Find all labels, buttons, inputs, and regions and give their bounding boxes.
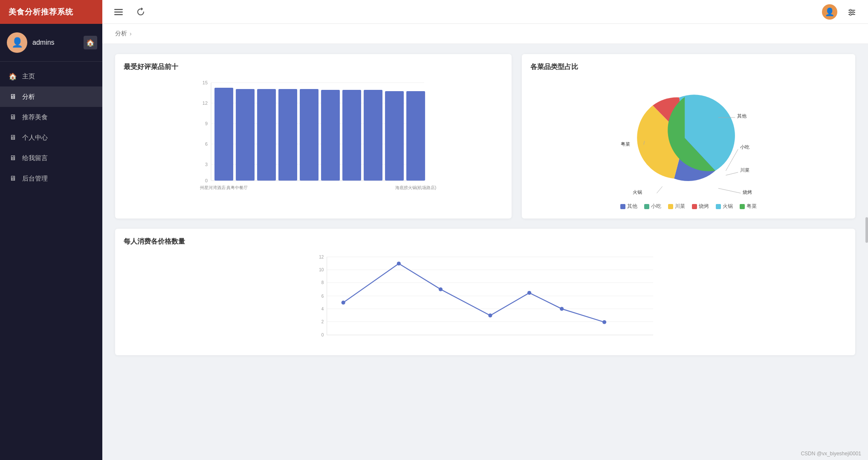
- svg-rect-29: [364, 90, 382, 181]
- line-chart-title: 每人消费各价格数量: [124, 237, 847, 246]
- analysis-icon: 🖥: [9, 92, 17, 101]
- svg-point-55: [341, 301, 345, 305]
- svg-text:12: 12: [203, 101, 208, 106]
- legend-snack: 小吃: [644, 203, 661, 210]
- breadcrumb-item: 分析: [115, 30, 127, 37]
- pie-legend: 其他 小吃 川菜 烧烤: [530, 203, 847, 210]
- main-area: 👤 分析 › 最受好评: [102, 0, 868, 460]
- recommend-icon: 🖥: [9, 113, 17, 121]
- svg-point-57: [439, 288, 443, 291]
- avatar: 👤: [7, 32, 27, 53]
- breadcrumb-arrow: ›: [130, 30, 132, 37]
- line-chart-svg: 12 10 8 6 4 2 0: [124, 253, 847, 347]
- sidebar: 美食分析推荐系统 👤 admins 🏠 🏠 主页 🖥 分析 🖥 推荐美食 🖥 个…: [0, 0, 102, 460]
- svg-text:15: 15: [203, 80, 208, 85]
- pie-chart-container: 其他 小吃 川菜 烧烤 火锅 粤菜: [530, 78, 847, 198]
- svg-rect-1: [114, 12, 123, 13]
- pie-label-bbq: 烧烤: [743, 190, 752, 195]
- pie-label-hotpot: 火锅: [633, 190, 642, 195]
- user-avatar-top[interactable]: 👤: [822, 4, 837, 20]
- legend-other: 其他: [620, 203, 637, 210]
- pie-label-other: 其他: [737, 113, 746, 118]
- svg-rect-26: [300, 89, 318, 181]
- legend-hotpot: 火锅: [716, 203, 733, 210]
- menu-toggle-button[interactable]: [111, 4, 126, 20]
- svg-text:12: 12: [319, 255, 324, 259]
- svg-point-6: [850, 9, 851, 11]
- svg-rect-27: [321, 90, 340, 181]
- svg-text:0: 0: [205, 178, 208, 183]
- bar-chart-svg: 15 12 9 6 3: [124, 78, 503, 198]
- breadcrumb: 分析 ›: [102, 24, 868, 44]
- pie-chart-card: 各菜品类型占比: [522, 54, 855, 218]
- user-profile: 👤 admins 🏠: [0, 24, 102, 62]
- svg-rect-23: [236, 89, 255, 181]
- charts-top-row: 最受好评菜品前十 15 12: [115, 54, 855, 218]
- sidebar-item-recommend[interactable]: 🖥 推荐美食: [0, 107, 102, 127]
- pie-chart-title: 各菜品类型占比: [530, 63, 847, 72]
- settings-button[interactable]: [844, 4, 859, 20]
- bar-chart-title: 最受好评菜品前十: [124, 63, 503, 72]
- username: admins: [32, 39, 55, 46]
- scrollbar[interactable]: [865, 217, 868, 243]
- svg-rect-24: [257, 89, 276, 181]
- svg-text:海底捞火锅(机场路店): 海底捞火锅(机场路店): [395, 185, 437, 190]
- sidebar-item-analysis-label: 分析: [22, 93, 35, 101]
- profile-icon: 🖥: [9, 133, 17, 142]
- legend-sichuan: 川菜: [668, 203, 685, 210]
- pie-chart-svg: 其他 小吃 川菜 烧烤 火锅 粤菜: [530, 78, 847, 198]
- sidebar-item-home[interactable]: 🏠 主页: [0, 66, 102, 86]
- svg-rect-22: [214, 88, 233, 181]
- charts-area: 最受好评菜品前十 15 12: [102, 44, 868, 365]
- svg-text:6: 6: [205, 141, 208, 147]
- bar-chart-card: 最受好评菜品前十 15 12: [115, 54, 512, 218]
- legend-bbq: 烧烤: [692, 203, 709, 210]
- line-chart-card: 每人消费各价格数量 12 10 8 6: [115, 229, 855, 355]
- home-quick-btn[interactable]: 🏠: [84, 36, 97, 49]
- svg-rect-28: [342, 90, 361, 181]
- svg-point-56: [397, 262, 401, 265]
- pie-label-snack: 小吃: [740, 144, 749, 150]
- line-chart-container: 12 10 8 6 4 2 0: [124, 253, 847, 347]
- content-area: 分析 › 最受好评菜品前十 15: [102, 24, 868, 460]
- legend-dot-other: [620, 204, 625, 209]
- svg-rect-0: [114, 9, 123, 10]
- refresh-button[interactable]: [133, 4, 148, 20]
- message-icon: 🖥: [9, 154, 17, 162]
- svg-text:0: 0: [321, 333, 324, 337]
- sidebar-item-admin[interactable]: 🖥 后台管理: [0, 168, 102, 189]
- svg-rect-31: [406, 91, 425, 181]
- sidebar-item-home-label: 主页: [22, 72, 35, 80]
- sidebar-item-admin-label: 后台管理: [22, 175, 48, 183]
- svg-point-59: [527, 291, 531, 295]
- svg-point-60: [560, 307, 564, 311]
- pie-label-sichuan: 川菜: [740, 167, 749, 172]
- topbar-right: 👤: [822, 4, 859, 20]
- admin-icon: 🖥: [9, 174, 17, 183]
- svg-point-58: [488, 313, 492, 317]
- svg-text:9: 9: [205, 121, 208, 126]
- svg-point-61: [602, 320, 606, 324]
- nav-menu: 🏠 主页 🖥 分析 🖥 推荐美食 🖥 个人中心 🖥 给我留言 🖥 后台管理: [0, 62, 102, 460]
- legend-dot-bbq: [692, 204, 697, 209]
- svg-rect-25: [278, 89, 297, 181]
- menu-icon: [114, 8, 123, 16]
- sidebar-item-profile-label: 个人中心: [22, 134, 48, 142]
- sidebar-item-analysis[interactable]: 🖥 分析: [0, 86, 102, 107]
- legend-dot-hotpot: [716, 204, 721, 209]
- svg-line-38: [657, 187, 663, 193]
- bar-chart-container: 15 12 9 6 3: [124, 78, 503, 198]
- sidebar-item-profile[interactable]: 🖥 个人中心: [0, 127, 102, 148]
- svg-text:10: 10: [319, 267, 324, 272]
- sliders-icon: [848, 8, 856, 16]
- pie-label-cantonese: 粤菜: [621, 141, 630, 147]
- watermark: CSDN @vx_biyesheji0001: [801, 451, 861, 457]
- svg-text:2: 2: [321, 319, 324, 324]
- svg-text:4: 4: [321, 307, 324, 311]
- sidebar-item-message[interactable]: 🖥 给我留言: [0, 148, 102, 168]
- sidebar-item-message-label: 给我留言: [22, 154, 48, 162]
- svg-text:州星河湾酒店·真粤中餐厅: 州星河湾酒店·真粤中餐厅: [200, 185, 248, 190]
- svg-text:3: 3: [205, 162, 208, 167]
- legend-dot-snack: [644, 204, 649, 209]
- app-logo: 美食分析推荐系统: [0, 0, 102, 24]
